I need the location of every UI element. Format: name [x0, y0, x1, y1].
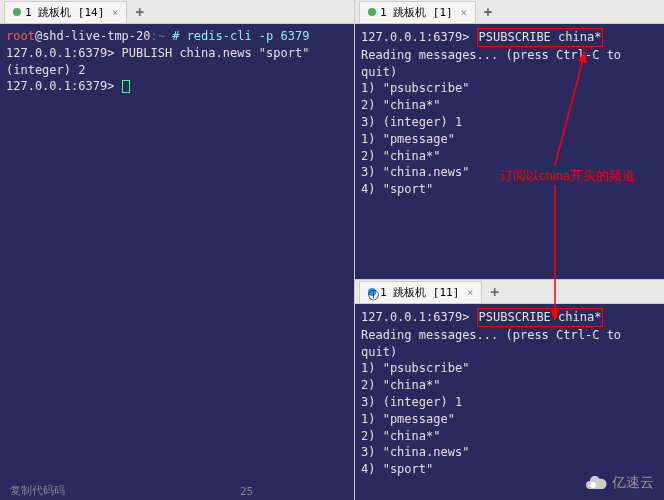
terminal-info-icon: ⓘ — [368, 288, 376, 296]
right-top-section: 1 跳板机 [1] × + 127.0.0.1:6379> PSUBSCRIBE… — [355, 0, 664, 280]
terminal-line: 3) (integer) 1 — [361, 114, 658, 131]
terminal-line: 4) "sport" — [361, 461, 658, 478]
terminal-line: root@shd-live-tmp-20:~ # redis-cli -p 63… — [6, 28, 348, 45]
close-icon[interactable]: × — [461, 7, 467, 18]
terminal-line: 2) "china*" — [361, 97, 658, 114]
terminal-line: 1) "pmessage" — [361, 131, 658, 148]
right-bottom-tab-bar: ⓘ 1 跳板机 [11] × + — [355, 280, 664, 304]
terminal-line: 2) "china*" — [361, 148, 658, 165]
add-tab-button[interactable]: + — [129, 2, 149, 22]
terminal-line: 1) "pmessage" — [361, 411, 658, 428]
terminal-line: 2) "china*" — [361, 428, 658, 445]
terminal-line: Reading messages... (press Ctrl-C to qui… — [361, 327, 658, 361]
right-top-terminal[interactable]: 127.0.0.1:6379> PSUBSCRIBE china*Reading… — [355, 24, 664, 279]
left-pane: 1 跳板机 [14] × + root@shd-live-tmp-20:~ # … — [0, 0, 355, 500]
tab-label: 1 跳板机 [14] — [25, 5, 104, 20]
terminal-line: 3) "china.news" — [361, 444, 658, 461]
right-top-tab-bar: 1 跳板机 [1] × + — [355, 0, 664, 24]
terminal-line: 3) "china.news" — [361, 164, 658, 181]
right-bottom-terminal[interactable]: 127.0.0.1:6379> PSUBSCRIBE china*Reading… — [355, 304, 664, 500]
terminal-line: 127.0.0.1:6379> PUBLISH china.news "spor… — [6, 45, 348, 62]
terminal-status-icon — [13, 8, 21, 16]
terminal-line: 2) "china*" — [361, 377, 658, 394]
right-bottom-section: ⓘ 1 跳板机 [11] × + 127.0.0.1:6379> PSUBSCR… — [355, 280, 664, 500]
highlighted-command: PSUBSCRIBE china* — [477, 308, 604, 327]
terminal-status-icon — [368, 8, 376, 16]
terminal-line: (integer) 2 — [6, 62, 348, 79]
close-icon[interactable]: × — [467, 287, 473, 298]
left-tab[interactable]: 1 跳板机 [14] × — [4, 1, 127, 23]
terminal-line: 127.0.0.1:6379> PSUBSCRIBE china* — [361, 28, 658, 47]
terminal-line: 4) "sport" — [361, 181, 658, 198]
cursor — [122, 80, 130, 93]
add-tab-button[interactable]: + — [484, 282, 504, 302]
left-tab-bar: 1 跳板机 [14] × + — [0, 0, 354, 24]
terminal-line: 127.0.0.1:6379> — [6, 78, 348, 95]
right-top-tab[interactable]: 1 跳板机 [1] × — [359, 1, 476, 23]
tab-label: 1 跳板机 [1] — [380, 5, 453, 20]
terminal-line: Reading messages... (press Ctrl-C to qui… — [361, 47, 658, 81]
terminal-line: 1) "psubscribe" — [361, 360, 658, 377]
close-icon[interactable]: × — [112, 7, 118, 18]
right-bottom-tab[interactable]: ⓘ 1 跳板机 [11] × — [359, 281, 482, 303]
tab-label: 1 跳板机 [11] — [380, 285, 459, 300]
add-tab-button[interactable]: + — [478, 2, 498, 22]
highlighted-command: PSUBSCRIBE china* — [477, 28, 604, 47]
terminal-line: 127.0.0.1:6379> PSUBSCRIBE china* — [361, 308, 658, 327]
right-pane: 1 跳板机 [1] × + 127.0.0.1:6379> PSUBSCRIBE… — [355, 0, 664, 500]
left-terminal[interactable]: root@shd-live-tmp-20:~ # redis-cli -p 63… — [0, 24, 354, 500]
terminal-line: 3) (integer) 1 — [361, 394, 658, 411]
terminal-line: 1) "psubscribe" — [361, 80, 658, 97]
